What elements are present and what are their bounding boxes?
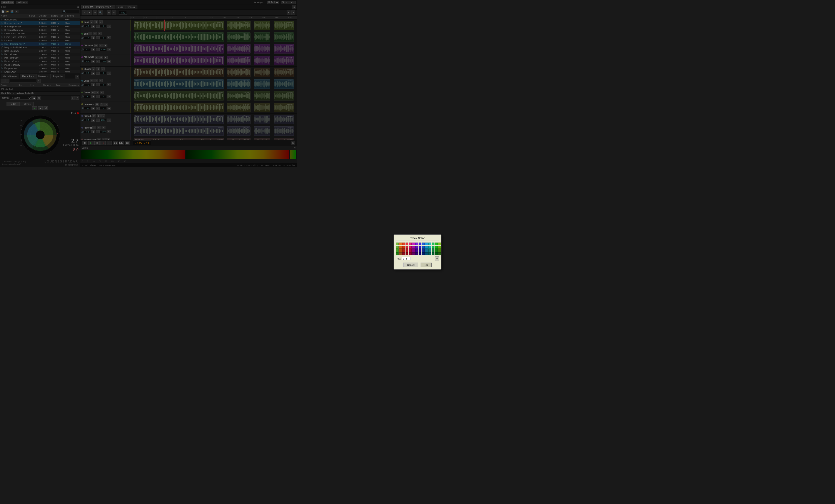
modal-overlay[interactable]: Track Color Hue: ↺ Cancel OK <box>0 0 297 167</box>
